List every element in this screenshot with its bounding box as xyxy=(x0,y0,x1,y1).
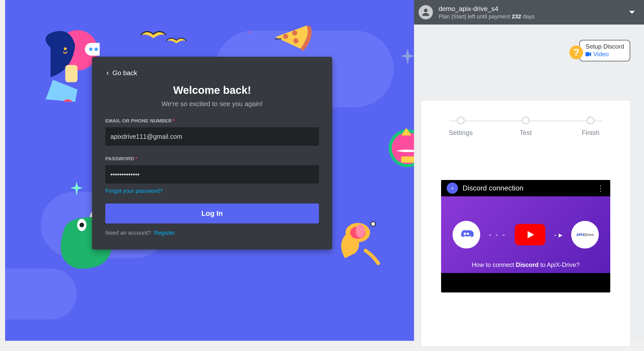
wizard-step-test[interactable]: Test xyxy=(507,117,545,137)
user-plan: Plan |Start| left until payment 232 days xyxy=(439,13,622,20)
video-thumbnail: - - - - ▸ APIXDrive How to connect Disco… xyxy=(441,196,610,273)
svg-point-14 xyxy=(64,47,67,50)
email-label: EMAIL OR PHONE NUMBER* xyxy=(105,118,319,124)
svg-point-17 xyxy=(79,223,84,227)
video-title: Discord connection xyxy=(463,184,592,192)
apix-body: ? Setup Discord Video Settings Test xyxy=(414,25,644,341)
sparkle-icon xyxy=(69,182,84,197)
setup-title: Setup Discord xyxy=(585,43,624,50)
go-back-button[interactable]: Go back xyxy=(105,69,137,77)
user-icon xyxy=(421,8,430,17)
arrow-right-icon: - ▸ xyxy=(554,230,562,239)
login-card: Go back Welcome back! We're so excited t… xyxy=(92,57,332,250)
need-account-row: Need an account? Register xyxy=(105,230,319,236)
chevron-down-icon[interactable] xyxy=(628,8,636,17)
email-input[interactable] xyxy=(105,127,319,146)
discord-login-pane: Go back Welcome back! We're so excited t… xyxy=(5,0,414,341)
video-menu-icon[interactable]: ⋮ xyxy=(597,184,605,193)
sparkle-icon xyxy=(248,31,251,34)
svg-rect-8 xyxy=(65,65,77,82)
play-icon xyxy=(525,230,535,240)
tutorial-video[interactable]: A Discord connection ⋮ - - - - ▸ APIXD xyxy=(441,180,610,292)
person-chat-icon xyxy=(36,28,100,102)
go-back-label: Go back xyxy=(112,69,137,77)
password-input[interactable] xyxy=(105,165,319,184)
video-header: A Discord connection ⋮ xyxy=(441,180,610,196)
dots-icon: - - - xyxy=(489,230,506,239)
svg-point-5 xyxy=(356,224,365,238)
login-button[interactable]: Log In xyxy=(105,203,319,223)
wizard-card: Settings Test Finish A Discord connectio… xyxy=(421,101,630,346)
sparkle-icon xyxy=(399,49,414,66)
help-badge[interactable]: ? xyxy=(569,46,583,59)
wizard-step-settings[interactable]: Settings xyxy=(442,117,480,137)
bird-icon xyxy=(166,36,187,46)
svg-point-12 xyxy=(95,48,98,51)
user-block: demo_apix-drive_s4 Plan |Start| left unt… xyxy=(439,5,622,20)
video-camera-icon xyxy=(585,52,591,56)
wizard-steps: Settings Test Finish xyxy=(421,101,630,137)
megaphone-icon xyxy=(335,215,381,266)
svg-point-6 xyxy=(371,222,375,226)
forgot-password-link[interactable]: Forgot your password? xyxy=(105,188,163,194)
login-subtitle: We're so excited to see you again! xyxy=(105,100,319,108)
step-circle xyxy=(457,117,465,124)
need-account-text: Need an account? xyxy=(105,230,151,236)
apix-header: demo_apix-drive_s4 Plan |Start| left unt… xyxy=(414,0,644,25)
password-label: PASSWORD* xyxy=(105,156,319,162)
user-name: demo_apix-drive_s4 xyxy=(439,5,622,13)
apixdrive-logo-icon: APIXDrive xyxy=(571,221,599,248)
decorative-cloud xyxy=(5,268,77,320)
badge-icon xyxy=(388,120,414,171)
avatar[interactable] xyxy=(419,5,433,19)
play-button[interactable] xyxy=(515,224,545,245)
register-link[interactable]: Register xyxy=(154,230,175,236)
setup-discord-box: Setup Discord Video xyxy=(579,40,630,61)
svg-rect-26 xyxy=(585,52,589,56)
discord-logo-icon xyxy=(453,221,480,248)
setup-video-link[interactable]: Video xyxy=(585,51,624,58)
svg-point-11 xyxy=(89,48,93,51)
chevron-left-icon xyxy=(105,71,110,75)
apix-logo-icon: A xyxy=(447,183,458,194)
login-title: Welcome back! xyxy=(105,84,319,96)
step-circle xyxy=(587,117,594,124)
video-caption: How to connect Discord to ApiX-Drive? xyxy=(441,261,610,268)
bird-icon xyxy=(141,29,166,41)
svg-rect-25 xyxy=(401,156,414,163)
wizard-step-finish[interactable]: Finish xyxy=(571,117,610,137)
step-circle xyxy=(522,117,530,124)
